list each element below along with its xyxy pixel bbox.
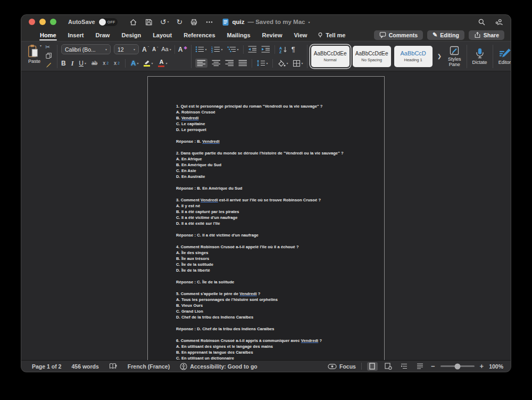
tab-design[interactable]: Design bbox=[115, 29, 147, 41]
page-indicator[interactable]: Page 1 of 2 bbox=[32, 363, 61, 370]
shrink-font-button[interactable]: Aˇ bbox=[152, 47, 158, 52]
print-layout-view-button[interactable] bbox=[367, 362, 378, 371]
autosave-control[interactable]: AutoSave OFF bbox=[68, 18, 118, 26]
tab-references[interactable]: References bbox=[178, 29, 221, 41]
print-icon[interactable] bbox=[190, 18, 198, 26]
highlight-color-button[interactable]: ▾ bbox=[144, 60, 153, 67]
style-chip-heading-1[interactable]: AaBbCcDHeading 1 bbox=[394, 46, 433, 67]
shading-button[interactable]: ▾ bbox=[277, 60, 288, 67]
bold-button[interactable]: B bbox=[61, 60, 66, 67]
tab-review[interactable]: Review bbox=[256, 29, 288, 41]
line-spacing-button[interactable]: ▾ bbox=[256, 60, 268, 67]
paste-dropdown-icon[interactable]: ▾ bbox=[40, 44, 41, 47]
proofing-errors-icon[interactable] bbox=[109, 363, 118, 370]
cut-icon[interactable]: ✂ bbox=[45, 44, 52, 50]
document-page[interactable]: 1. Qui est le personnage principal du ro… bbox=[147, 76, 385, 360]
zoom-level[interactable]: 100% bbox=[489, 363, 503, 370]
tab-draw[interactable]: Draw bbox=[90, 29, 116, 41]
editor-label: Editor bbox=[498, 60, 511, 65]
dictate-button[interactable]: Dictate bbox=[471, 43, 489, 70]
align-right-button[interactable] bbox=[225, 60, 234, 67]
accessibility-status[interactable]: Accessibility: Good to go bbox=[180, 363, 257, 370]
search-icon[interactable] bbox=[478, 18, 486, 26]
doc-text-segment: C. Il a été victime d'un naufrage bbox=[176, 215, 238, 220]
doc-line: B. En apprenant la langue des Caraïbes bbox=[176, 349, 365, 355]
title-chevron-icon[interactable]: ▾ bbox=[309, 20, 310, 24]
zoom-in-button[interactable]: + bbox=[480, 363, 484, 370]
decrease-indent-button[interactable] bbox=[248, 46, 257, 53]
styles-gallery-more-icon[interactable]: ❯ bbox=[436, 53, 443, 59]
zoom-slider[interactable] bbox=[440, 365, 475, 367]
home-quick-icon[interactable] bbox=[129, 18, 137, 26]
font-size-select[interactable]: 12▾ bbox=[114, 44, 139, 54]
superscript-button[interactable]: x2 bbox=[114, 61, 120, 66]
doc-text-segment: B. Il a été capturé par les pirates bbox=[176, 209, 239, 214]
font-color-button[interactable]: A▾ bbox=[158, 59, 167, 67]
format-painter-icon[interactable] bbox=[45, 61, 52, 68]
tab-home[interactable]: Home bbox=[34, 29, 62, 41]
bullets-button[interactable]: ▾ bbox=[195, 46, 207, 53]
style-chip-no-spacing[interactable]: AaBbCcDdEeNo Spacing bbox=[353, 46, 391, 67]
borders-button[interactable]: ▾ bbox=[293, 60, 303, 67]
minimize-window-button[interactable] bbox=[39, 19, 46, 25]
comments-button[interactable]: Comments bbox=[374, 30, 423, 40]
close-window-button[interactable] bbox=[29, 19, 35, 25]
tab-tell-me[interactable]: Tell me bbox=[313, 31, 350, 39]
zoom-out-button[interactable]: − bbox=[431, 363, 435, 370]
web-layout-view-button[interactable] bbox=[383, 362, 394, 371]
text-effects-button[interactable]: A▾ bbox=[131, 60, 138, 67]
font-name-select[interactable]: Calibri (Bo...▾ bbox=[61, 44, 111, 54]
style-chip-normal[interactable]: AaBbCcDdEeNormal bbox=[311, 46, 350, 67]
italic-button[interactable]: I bbox=[71, 60, 74, 67]
show-paragraph-marks-button[interactable]: ¶ bbox=[292, 46, 295, 53]
redo-button[interactable]: ↻ bbox=[177, 18, 183, 26]
align-center-button[interactable] bbox=[212, 60, 221, 67]
accessibility-label: Accessibility: Good to go bbox=[190, 363, 257, 370]
editor-button[interactable]: Editor bbox=[497, 43, 511, 70]
tab-insert[interactable]: Insert bbox=[62, 29, 90, 41]
zoom-window-button[interactable] bbox=[50, 19, 56, 25]
tab-mailings[interactable]: Mailings bbox=[221, 29, 256, 41]
underline-button[interactable]: U▾ bbox=[79, 60, 86, 67]
multilevel-list-button[interactable]: ▾ bbox=[227, 46, 239, 53]
grow-font-button[interactable]: Aˆ bbox=[142, 46, 149, 53]
ribbon-tab-row: HomeInsertDrawDesignLayoutReferencesMail… bbox=[21, 29, 511, 41]
strikethrough-button[interactable]: ab bbox=[92, 61, 97, 66]
share-button[interactable]: Share bbox=[469, 30, 504, 40]
tab-layout[interactable]: Layout bbox=[147, 29, 178, 41]
change-case-button[interactable]: Aa▾ bbox=[161, 46, 171, 52]
focus-mode-button[interactable]: Focus bbox=[328, 363, 356, 370]
doc-text-segment: C. Le capitaine bbox=[176, 121, 205, 126]
word-count[interactable]: 456 words bbox=[71, 363, 98, 370]
outline-view-button[interactable] bbox=[399, 362, 410, 371]
share-people-icon[interactable] bbox=[495, 18, 503, 26]
doc-text-segment: B. bbox=[176, 116, 181, 120]
justify-button[interactable] bbox=[238, 60, 247, 67]
share-icon bbox=[474, 31, 481, 38]
style-sample: AaBbCcDdEe bbox=[355, 51, 388, 56]
editing-button[interactable]: ✎ Editing bbox=[427, 30, 464, 40]
editing-label: Editing bbox=[440, 32, 459, 38]
save-icon[interactable] bbox=[145, 18, 153, 26]
copy-icon[interactable] bbox=[45, 52, 52, 59]
accessibility-icon bbox=[180, 363, 187, 370]
doc-text-segment: C. Grand Lion bbox=[176, 309, 203, 314]
clear-formatting-button[interactable]: A◆ bbox=[178, 46, 187, 53]
paste-button[interactable]: ▾ Paste bbox=[26, 44, 43, 64]
zoom-slider-thumb[interactable] bbox=[454, 363, 460, 369]
subscript-button[interactable]: x2 bbox=[103, 61, 109, 66]
doc-line: A. Île des singes bbox=[176, 250, 365, 256]
sort-button[interactable]: AZ bbox=[279, 46, 287, 53]
undo-button[interactable]: ↺▾ bbox=[160, 18, 169, 26]
doc-line: C. Le capitaine bbox=[176, 121, 365, 127]
styles-pane-button[interactable]: Styles Pane bbox=[446, 43, 463, 70]
align-left-button[interactable] bbox=[195, 59, 207, 68]
numbering-button[interactable]: 123▾ bbox=[211, 46, 223, 53]
increase-indent-button[interactable] bbox=[261, 46, 270, 53]
language-indicator[interactable]: French (France) bbox=[128, 363, 170, 370]
autosave-toggle[interactable]: OFF bbox=[98, 18, 118, 26]
more-commands-icon[interactable] bbox=[205, 18, 213, 26]
tab-view[interactable]: View bbox=[288, 29, 313, 41]
document-canvas[interactable]: 1. Qui est le personnage principal du ro… bbox=[21, 71, 511, 360]
draft-view-button[interactable] bbox=[415, 362, 426, 371]
